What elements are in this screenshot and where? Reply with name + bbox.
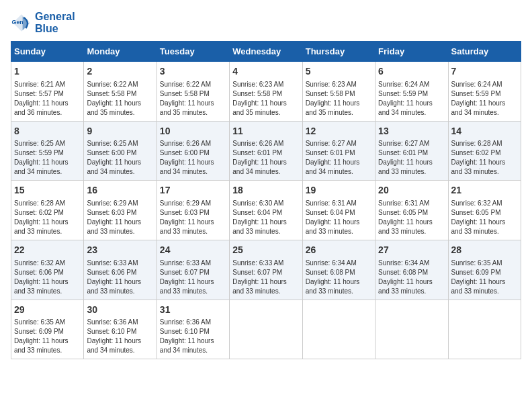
calendar-cell: 25Sunrise: 6:33 AMSunset: 6:07 PMDayligh… — [230, 240, 302, 300]
day-number: 13 — [378, 125, 445, 138]
cell-info: Sunset: 6:09 PM — [451, 268, 518, 277]
cell-info: Sunrise: 6:23 AM — [232, 80, 299, 89]
cell-info: Sunrise: 6:29 AM — [160, 199, 226, 208]
cell-info: and 33 minutes. — [14, 287, 81, 296]
day-number: 20 — [378, 184, 445, 197]
cell-info: Sunset: 6:03 PM — [160, 208, 226, 218]
cell-info: and 35 minutes. — [160, 108, 226, 118]
cell-info: Daylight: 11 hours — [14, 277, 81, 287]
calendar-cell: 9Sunrise: 6:25 AMSunset: 6:00 PMDaylight… — [84, 121, 157, 181]
cell-info: and 33 minutes. — [160, 227, 226, 236]
calendar-cell — [230, 300, 302, 359]
cell-info: and 33 minutes. — [232, 227, 299, 236]
calendar-cell: 8Sunrise: 6:25 AMSunset: 5:59 PMDaylight… — [11, 121, 84, 181]
cell-info: Sunset: 5:59 PM — [451, 89, 518, 99]
calendar-cell — [302, 300, 375, 359]
day-number: 6 — [378, 65, 445, 79]
cell-info: and 33 minutes. — [306, 287, 372, 296]
cell-info: and 33 minutes. — [87, 287, 153, 296]
cell-info: and 34 minutes. — [451, 108, 518, 118]
calendar-cell — [375, 300, 448, 359]
cell-info: Sunrise: 6:34 AM — [306, 259, 372, 268]
page-header: Gen General Blue — [11, 11, 521, 34]
cell-info: Sunrise: 6:36 AM — [160, 318, 226, 327]
cell-info: Sunrise: 6:29 AM — [87, 199, 153, 208]
day-number: 8 — [14, 125, 81, 138]
calendar-cell: 18Sunrise: 6:30 AMSunset: 6:04 PMDayligh… — [230, 181, 302, 240]
cell-info: Sunset: 6:01 PM — [232, 148, 299, 158]
calendar-cell: 22Sunrise: 6:32 AMSunset: 6:06 PMDayligh… — [11, 240, 84, 300]
day-number: 12 — [306, 125, 372, 138]
cell-info: Sunset: 6:02 PM — [451, 148, 518, 158]
cell-info: Daylight: 11 hours — [378, 158, 445, 167]
calendar-cell: 24Sunrise: 6:33 AMSunset: 6:07 PMDayligh… — [157, 240, 229, 300]
calendar-cell: 27Sunrise: 6:34 AMSunset: 6:08 PMDayligh… — [375, 240, 448, 300]
cell-info: Daylight: 11 hours — [451, 158, 518, 167]
calendar-week-row: 29Sunrise: 6:35 AMSunset: 6:09 PMDayligh… — [11, 300, 521, 359]
calendar-cell: 28Sunrise: 6:35 AMSunset: 6:09 PMDayligh… — [448, 240, 521, 300]
calendar-week-row: 15Sunrise: 6:28 AMSunset: 6:02 PMDayligh… — [11, 181, 521, 240]
calendar-cell: 31Sunrise: 6:36 AMSunset: 6:10 PMDayligh… — [157, 300, 229, 359]
cell-info: Sunrise: 6:24 AM — [378, 80, 445, 89]
day-number: 22 — [14, 244, 81, 257]
logo-icon: Gen — [11, 12, 32, 34]
cell-info: and 35 minutes. — [306, 108, 372, 118]
day-number: 15 — [14, 184, 81, 197]
cell-info: Sunrise: 6:34 AM — [378, 259, 445, 268]
cell-info: and 33 minutes. — [87, 227, 153, 236]
calendar-cell: 30Sunrise: 6:36 AMSunset: 6:10 PMDayligh… — [84, 300, 157, 359]
cell-info: Sunset: 6:05 PM — [451, 208, 518, 218]
column-header-friday: Friday — [375, 42, 448, 62]
cell-info: Sunrise: 6:33 AM — [160, 259, 226, 268]
calendar-cell: 2Sunrise: 6:22 AMSunset: 5:58 PMDaylight… — [84, 62, 157, 122]
cell-info: Daylight: 11 hours — [232, 277, 299, 287]
cell-info: and 33 minutes. — [378, 287, 445, 296]
day-number: 2 — [87, 65, 153, 79]
day-number: 29 — [14, 304, 81, 317]
cell-info: Daylight: 11 hours — [87, 277, 153, 287]
cell-info: Sunset: 6:04 PM — [306, 208, 372, 218]
day-number: 11 — [232, 125, 299, 138]
calendar-cell: 10Sunrise: 6:26 AMSunset: 6:00 PMDayligh… — [157, 121, 229, 181]
calendar-cell: 3Sunrise: 6:22 AMSunset: 5:58 PMDaylight… — [157, 62, 229, 122]
cell-info: and 33 minutes. — [306, 227, 372, 236]
calendar-cell: 23Sunrise: 6:33 AMSunset: 6:06 PMDayligh… — [84, 240, 157, 300]
cell-info: and 34 minutes. — [378, 108, 445, 118]
cell-info: Sunset: 6:08 PM — [306, 268, 372, 277]
svg-text:Gen: Gen — [12, 18, 24, 25]
cell-info: Sunset: 5:58 PM — [232, 89, 299, 99]
cell-info: and 35 minutes. — [87, 108, 153, 118]
cell-info: Daylight: 11 hours — [160, 277, 226, 287]
calendar-cell: 6Sunrise: 6:24 AMSunset: 5:59 PMDaylight… — [375, 62, 448, 122]
cell-info: Daylight: 11 hours — [14, 158, 81, 167]
cell-info: Sunrise: 6:28 AM — [451, 139, 518, 148]
cell-info: and 33 minutes. — [378, 167, 445, 177]
cell-info: Sunset: 6:10 PM — [160, 327, 226, 336]
cell-info: Daylight: 11 hours — [306, 218, 372, 227]
cell-info: Daylight: 11 hours — [232, 99, 299, 108]
cell-info: and 36 minutes. — [14, 108, 81, 118]
cell-info: Sunrise: 6:31 AM — [378, 199, 445, 208]
calendar-cell: 13Sunrise: 6:27 AMSunset: 6:01 PMDayligh… — [375, 121, 448, 181]
cell-info: Sunrise: 6:26 AM — [232, 139, 299, 148]
calendar-cell: 26Sunrise: 6:34 AMSunset: 6:08 PMDayligh… — [302, 240, 375, 300]
cell-info: Sunrise: 6:23 AM — [306, 80, 372, 89]
cell-info: Sunrise: 6:32 AM — [14, 259, 81, 268]
calendar-cell: 7Sunrise: 6:24 AMSunset: 5:59 PMDaylight… — [448, 62, 521, 122]
cell-info: Sunset: 5:58 PM — [160, 89, 226, 99]
cell-info: Sunset: 5:59 PM — [378, 89, 445, 99]
cell-info: Sunset: 6:07 PM — [160, 268, 226, 277]
calendar-cell: 16Sunrise: 6:29 AMSunset: 6:03 PMDayligh… — [84, 181, 157, 240]
calendar-cell — [448, 300, 521, 359]
calendar-week-row: 8Sunrise: 6:25 AMSunset: 5:59 PMDaylight… — [11, 121, 521, 181]
day-number: 14 — [451, 125, 518, 138]
day-number: 10 — [160, 125, 226, 138]
cell-info: and 34 minutes. — [306, 167, 372, 177]
cell-info: Daylight: 11 hours — [160, 99, 226, 108]
cell-info: and 33 minutes. — [160, 287, 226, 296]
column-header-thursday: Thursday — [302, 42, 375, 62]
day-number: 17 — [160, 184, 226, 197]
cell-info: Daylight: 11 hours — [451, 277, 518, 287]
logo-text: General Blue — [35, 11, 75, 34]
day-number: 3 — [160, 65, 226, 79]
